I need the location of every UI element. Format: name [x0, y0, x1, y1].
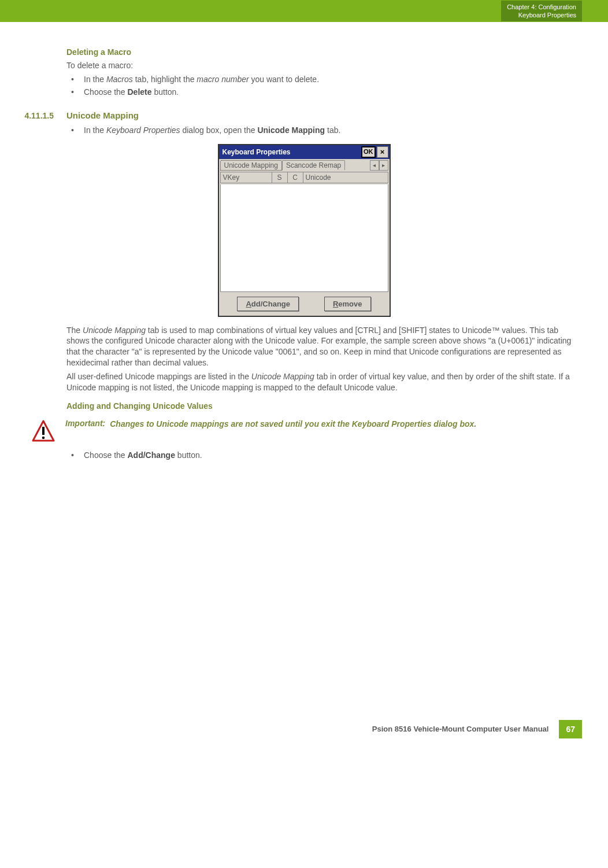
header-breadcrumb: Chapter 4: Configuration Keyboard Proper…: [501, 1, 582, 22]
warning-icon: [32, 420, 55, 443]
adding-changing-heading: Adding and Changing Unicode Values: [66, 401, 582, 411]
col-s: S: [272, 172, 288, 183]
ok-button[interactable]: OK: [361, 146, 376, 158]
list-item: In the Keyboard Properties dialog box, o…: [66, 125, 582, 136]
mapping-table-header: VKey S C Unicode: [220, 172, 388, 183]
col-vkey: VKey: [221, 172, 272, 183]
list-item: Choose the Add/Change button.: [66, 450, 582, 461]
section-title: Unicode Mapping: [66, 110, 139, 120]
list-item: Choose the Delete button.: [66, 87, 582, 98]
dialog-titlebar: Keyboard Properties OK ×: [219, 145, 390, 159]
dialog-button-row: Add/Change Remove: [219, 292, 390, 316]
mapping-table-body[interactable]: [220, 184, 388, 292]
svg-point-2: [42, 437, 45, 439]
page-content: Deleting a Macro To delete a macro: In t…: [0, 22, 608, 477]
remove-button[interactable]: Remove: [324, 297, 371, 311]
dialog-tabs: Unicode Mapping Scancode Remap ◂ ▸: [219, 159, 390, 171]
tab-scancode-remap[interactable]: Scancode Remap: [282, 160, 345, 170]
unicode-open-list: In the Keyboard Properties dialog box, o…: [66, 125, 582, 136]
keyboard-properties-dialog: Keyboard Properties OK × Unicode Mapping…: [218, 144, 391, 317]
unicode-mapping-paragraph-1: The Unicode Mapping tab is used to map c…: [66, 325, 582, 369]
tab-scroll-left-icon[interactable]: ◂: [370, 160, 379, 171]
page-header: Chapter 4: Configuration Keyboard Proper…: [0, 0, 608, 22]
header-chapter: Chapter 4: Configuration: [507, 3, 576, 11]
header-section: Keyboard Properties: [507, 11, 576, 19]
important-note: Important: Changes to Unicode mappings a…: [32, 419, 582, 443]
important-text: Changes to Unicode mappings are not save…: [110, 419, 476, 430]
deleting-macro-list: In the Macros tab, highlight the macro n…: [66, 74, 582, 98]
tab-scroll-right-icon[interactable]: ▸: [379, 160, 388, 171]
svg-rect-1: [42, 427, 45, 435]
add-change-list: Choose the Add/Change button.: [66, 450, 582, 461]
deleting-macro-intro: To delete a macro:: [66, 60, 582, 71]
close-icon[interactable]: ×: [377, 146, 388, 158]
unicode-mapping-paragraph-2: All user-defined Unicode mappings are li…: [66, 371, 582, 393]
tab-unicode-mapping[interactable]: Unicode Mapping: [220, 160, 282, 171]
deleting-macro-heading: Deleting a Macro: [66, 47, 582, 57]
important-label: Important:: [65, 419, 105, 430]
dialog-wrapper: Keyboard Properties OK × Unicode Mapping…: [26, 144, 582, 317]
section-number: 4.11.1.5: [13, 111, 66, 120]
section-row: 4.11.1.5 Unicode Mapping: [26, 110, 582, 120]
page-number: 67: [559, 720, 582, 738]
col-c: C: [288, 172, 303, 183]
add-change-button[interactable]: Add/Change: [237, 297, 299, 311]
col-unicode: Unicode: [303, 172, 388, 183]
page-footer: Psion 8516 Vehicle-Mount Computer User M…: [0, 720, 608, 762]
list-item: In the Macros tab, highlight the macro n…: [66, 74, 582, 85]
dialog-title-text: Keyboard Properties: [223, 148, 291, 156]
footer-manual-title: Psion 8516 Vehicle-Mount Computer User M…: [372, 725, 549, 733]
